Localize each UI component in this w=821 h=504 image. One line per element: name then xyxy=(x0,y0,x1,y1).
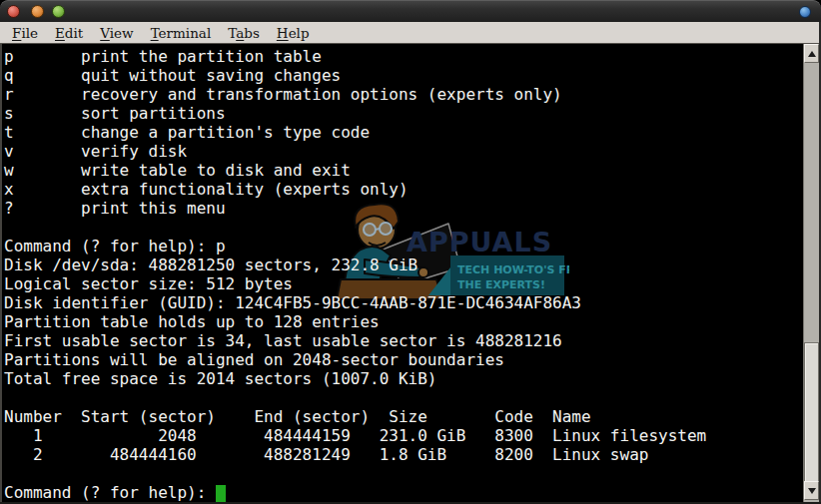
maximize-button[interactable] xyxy=(52,5,65,18)
minimize-button[interactable] xyxy=(31,5,44,18)
menu-item-tabs[interactable]: Tabs xyxy=(228,25,260,41)
terminal-line: w write table to disk and exit xyxy=(4,161,706,180)
scrollbar-thumb[interactable] xyxy=(804,342,819,484)
terminal-lines: p print the partition tableq quit withou… xyxy=(4,47,706,483)
close-button[interactable] xyxy=(7,5,20,18)
terminal-line: 1 2048 484444159 231.0 GiB 8300 Linux fi… xyxy=(4,426,706,445)
terminal-line: q quit without saving changes xyxy=(4,66,706,85)
terminal-line: Command (? for help): p xyxy=(4,237,706,255)
terminal-line: s sort partitions xyxy=(4,104,706,123)
terminal-line: First usable sector is 34, last usable s… xyxy=(4,331,706,350)
terminal-prompt: Command (? for help): xyxy=(4,483,216,502)
terminal-line: Partition table holds up to 128 entries xyxy=(4,312,706,331)
terminal-line: v verify disk xyxy=(4,142,706,161)
terminal-cursor xyxy=(216,485,226,502)
window-menu-button[interactable] xyxy=(799,6,811,18)
terminal-screen[interactable]: p print the partition tableq quit withou… xyxy=(0,44,801,504)
scroll-up-button[interactable] xyxy=(804,44,819,63)
menu-item-view[interactable]: View xyxy=(100,25,133,41)
menu-item-help[interactable]: Help xyxy=(277,25,310,41)
terminal-line: t change a partition's type code xyxy=(4,123,706,142)
scroll-down-button[interactable] xyxy=(804,481,819,500)
terminal-line: Disk /dev/sda: 488281250 sectors, 232.8 … xyxy=(4,255,706,274)
arrow-up-icon xyxy=(808,51,816,57)
terminal-line: Number Start (sector) End (sector) Size … xyxy=(4,407,706,426)
terminal-line: Partitions will be aligned on 2048-secto… xyxy=(4,350,706,369)
terminal-line: x extra functionality (experts only) xyxy=(4,180,706,199)
menu-item-edit[interactable]: Edit xyxy=(55,25,83,41)
terminal-line: 2 484444160 488281249 1.8 GiB 8200 Linux… xyxy=(4,445,706,464)
vertical-scrollbar[interactable] xyxy=(803,44,819,502)
terminal-line: Disk identifier (GUID): 124C4FB5-9BCC-4A… xyxy=(4,293,706,312)
terminal-line: Total free space is 2014 sectors (1007.0… xyxy=(4,369,706,388)
terminal-prompt-line: Command (? for help): xyxy=(4,483,706,502)
terminal-line xyxy=(4,464,706,483)
terminal-line xyxy=(4,388,706,407)
menu-item-file[interactable]: File xyxy=(12,25,38,41)
menubar-items: FileEditViewTerminalTabsHelp xyxy=(0,22,821,44)
terminal-line: ? print this menu xyxy=(4,199,706,218)
terminal-line xyxy=(4,218,706,237)
terminal-line: r recovery and transformation options (e… xyxy=(4,85,706,104)
terminal-line: Logical sector size: 512 bytes xyxy=(4,274,706,293)
titlebar[interactable] xyxy=(0,0,821,22)
menu-item-terminal[interactable]: Terminal xyxy=(151,25,212,41)
terminal-window: FileEditViewTerminalTabsHelp p print the… xyxy=(0,0,821,504)
arrow-down-icon xyxy=(808,488,816,494)
terminal-line: p print the partition table xyxy=(4,47,706,66)
